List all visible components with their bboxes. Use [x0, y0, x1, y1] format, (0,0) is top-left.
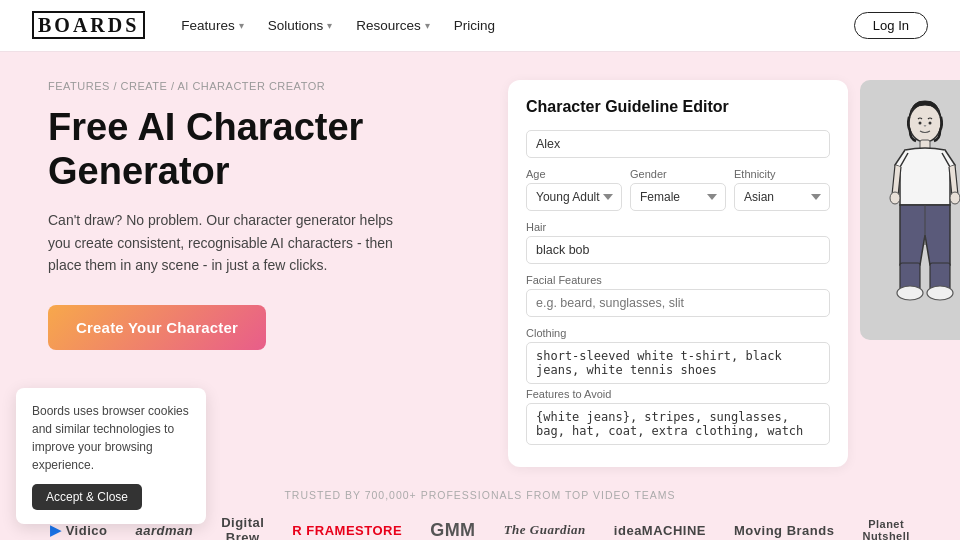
logo-vidico: ▶Vidico: [50, 522, 107, 538]
svg-point-9: [919, 122, 922, 125]
navbar: BOARDS Features ▾ Solutions ▾ Resources …: [0, 0, 960, 52]
svg-point-10: [929, 122, 932, 125]
gender-select[interactable]: Female Male Non-binary: [630, 183, 726, 211]
breadcrumb-create[interactable]: CREATE: [121, 80, 168, 92]
chevron-icon: ▾: [425, 20, 430, 31]
demographics-row: Age Young Adult Child Teen Adult Senior …: [526, 168, 830, 211]
avoid-input[interactable]: {white jeans}, stripes, sunglasses, bag,…: [526, 403, 830, 445]
chevron-icon: ▾: [327, 20, 332, 31]
right-panel: Character Guideline Editor Age Young Adu…: [508, 80, 960, 467]
nav-pricing[interactable]: Pricing: [454, 18, 495, 33]
nav-resources[interactable]: Resources ▾: [356, 18, 430, 33]
cookie-text: Boords uses browser cookies and similar …: [32, 402, 190, 474]
avoid-label: Features to Avoid: [526, 388, 830, 400]
breadcrumb-current: AI CHARACTER CREATOR: [177, 80, 325, 92]
nav-features[interactable]: Features ▾: [181, 18, 243, 33]
age-select[interactable]: Young Adult Child Teen Adult Senior: [526, 183, 622, 211]
logo-guardian: The Guardian: [504, 522, 586, 538]
ethnicity-select[interactable]: Asian Black Hispanic White Other: [734, 183, 830, 211]
svg-point-7: [897, 286, 923, 300]
svg-point-0: [909, 104, 941, 142]
hero-title: Free AI Character Generator: [48, 106, 468, 193]
logo-planet-nutshell: PlanetNutshell: [862, 518, 909, 540]
age-group: Age Young Adult Child Teen Adult Senior: [526, 168, 622, 211]
login-button[interactable]: Log In: [854, 12, 928, 39]
logo-gmm: GMM: [430, 520, 476, 541]
clothing-label: Clothing: [526, 327, 830, 339]
gender-group: Gender Female Male Non-binary: [630, 168, 726, 211]
logo-framestore: R FRAMESTORE: [292, 523, 402, 538]
nav-solutions[interactable]: Solutions ▾: [268, 18, 333, 33]
character-editor: Character Guideline Editor Age Young Adu…: [508, 80, 848, 467]
breadcrumb: FEATURES / CREATE / AI CHARACTER CREATOR: [48, 80, 468, 92]
ethnicity-group: Ethnicity Asian Black Hispanic White Oth…: [734, 168, 830, 211]
ethnicity-label: Ethnicity: [734, 168, 830, 180]
logo-digital-brew: DigitalBrew: [221, 515, 264, 540]
breadcrumb-features[interactable]: FEATURES: [48, 80, 110, 92]
svg-point-8: [927, 286, 953, 300]
age-label: Age: [526, 168, 622, 180]
chevron-icon: ▾: [239, 20, 244, 31]
gender-label: Gender: [630, 168, 726, 180]
character-image: [860, 80, 960, 340]
nav-logo[interactable]: BOARDS: [32, 14, 145, 37]
cookie-accept-button[interactable]: Accept & Close: [32, 484, 142, 510]
name-input[interactable]: [526, 130, 830, 158]
logo-aardman: aardman: [135, 523, 193, 538]
cta-button[interactable]: Create Your Character: [48, 305, 266, 350]
logo-ideamachine: ideaMACHINE: [614, 523, 706, 538]
editor-title: Character Guideline Editor: [526, 98, 830, 116]
logo-moving-brands: Moving Brands: [734, 523, 834, 538]
facial-label: Facial Features: [526, 274, 830, 286]
cookie-banner: Boords uses browser cookies and similar …: [16, 388, 206, 524]
hero-description: Can't draw? No problem. Our character ge…: [48, 209, 408, 276]
hair-label: Hair: [526, 221, 830, 233]
hair-input[interactable]: [526, 236, 830, 264]
nav-links: Features ▾ Solutions ▾ Resources ▾ Prici…: [181, 18, 853, 33]
facial-input[interactable]: [526, 289, 830, 317]
clothing-input[interactable]: short-sleeved white t-shirt, black jeans…: [526, 342, 830, 384]
svg-point-2: [890, 192, 900, 204]
character-svg: [870, 95, 960, 325]
svg-point-3: [950, 192, 960, 204]
